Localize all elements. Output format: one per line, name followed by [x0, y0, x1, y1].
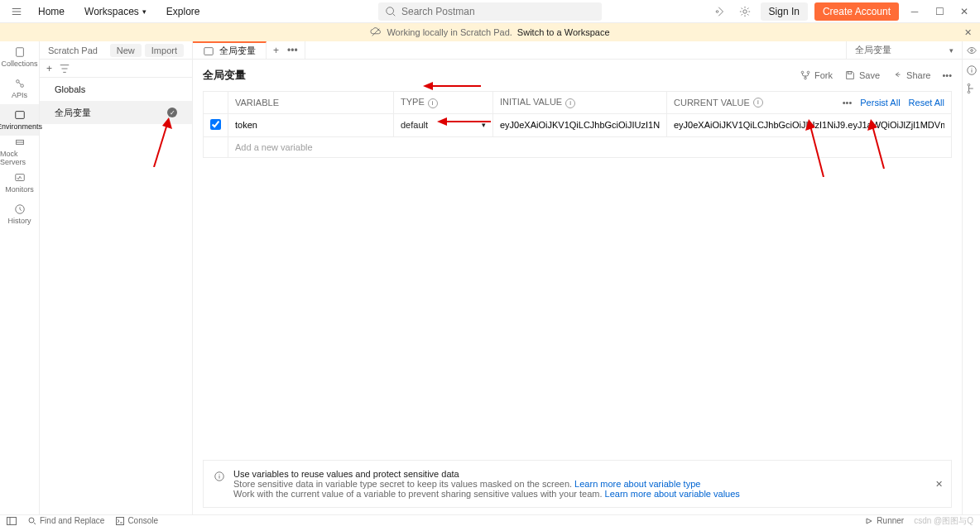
svg-rect-8: [15, 175, 24, 181]
changelog-icon[interactable]: [966, 83, 978, 94]
row-options-icon[interactable]: •••: [843, 98, 853, 108]
share-button[interactable]: Share: [891, 69, 930, 81]
fork-button[interactable]: Fork: [800, 69, 833, 81]
th-initial: INITIAL VALUEi: [493, 92, 667, 114]
side-monitors[interactable]: Monitors: [0, 167, 39, 198]
runner-button[interactable]: Runner: [865, 515, 904, 527]
more-options-icon[interactable]: •••: [942, 70, 952, 80]
env-row-active[interactable]: 全局变量 ✓: [40, 101, 192, 124]
environment-selector[interactable]: 全局变量 ▾: [846, 41, 962, 59]
active-check-icon: ✓: [167, 108, 177, 117]
svg-rect-10: [204, 47, 214, 55]
banner-link[interactable]: Switch to a Workspace: [517, 27, 610, 37]
scratch-banner: Working locally in Scratch Pad. Switch t…: [0, 23, 980, 41]
nav-home[interactable]: Home: [30, 2, 73, 21]
table-row[interactable]: default▾: [204, 113, 952, 136]
svg-point-5: [20, 84, 23, 88]
filter-icon[interactable]: [59, 63, 70, 74]
console-button[interactable]: Console: [116, 516, 158, 525]
current-value-input[interactable]: [674, 120, 944, 130]
learn-type-link[interactable]: Learn more about variable type: [574, 479, 700, 489]
window-maximize[interactable]: ☐: [930, 2, 949, 21]
env-icon: [203, 45, 214, 57]
banner-text: Working locally in Scratch Pad.: [387, 27, 512, 37]
svg-rect-22: [117, 517, 124, 524]
svg-point-14: [805, 77, 807, 79]
nav-workspaces[interactable]: Workspaces▾: [76, 2, 155, 21]
new-button[interactable]: New: [110, 44, 142, 57]
th-variable: VARIABLE: [228, 92, 394, 114]
sidebar-toggle-icon[interactable]: [7, 517, 17, 525]
learn-values-link[interactable]: Learn more about variable values: [605, 489, 740, 499]
svg-point-13: [807, 71, 809, 74]
side-environments[interactable]: Environments: [0, 104, 39, 136]
info-icon[interactable]: i: [428, 98, 438, 108]
create-env-icon[interactable]: +: [46, 63, 52, 74]
new-tab-icon[interactable]: +: [273, 45, 279, 56]
svg-rect-6: [15, 112, 24, 119]
info-icon: [214, 471, 225, 482]
find-replace-button[interactable]: Find and Replace: [28, 516, 104, 525]
chevron-down-icon: ▾: [949, 46, 954, 55]
th-type: TYPEi: [394, 92, 493, 114]
window-minimize[interactable]: ─: [906, 2, 924, 21]
settings-icon[interactable]: [736, 2, 754, 21]
nav-workspaces-label: Workspaces: [84, 6, 139, 17]
persist-all-button[interactable]: Persist All: [860, 98, 900, 108]
svg-point-11: [970, 49, 973, 51]
side-apis[interactable]: APIs: [0, 73, 39, 104]
svg-rect-20: [7, 517, 17, 524]
svg-rect-15: [848, 72, 851, 74]
row-checkbox[interactable]: [210, 119, 221, 130]
cloud-off-icon: [370, 26, 382, 38]
svg-point-1: [716, 10, 718, 12]
side-collections[interactable]: Collections: [0, 41, 39, 73]
page-title: 全局变量: [203, 68, 246, 83]
tab-env[interactable]: 全局变量: [193, 41, 267, 59]
initial-value-input[interactable]: [500, 120, 660, 130]
chevron-down-icon[interactable]: ▾: [482, 121, 486, 129]
side-mocks[interactable]: Mock Servers: [0, 136, 39, 167]
info-icon[interactable]: i: [565, 98, 575, 108]
quick-look-icon[interactable]: [962, 41, 980, 59]
variables-table: VARIABLE TYPEi INITIAL VALUEi CURRENT VA…: [203, 91, 952, 158]
search-input-wrap[interactable]: [378, 2, 602, 21]
svg-point-12: [801, 71, 804, 74]
reset-all-button[interactable]: Reset All: [909, 98, 944, 108]
banner-close[interactable]: ✕: [964, 27, 972, 38]
svg-point-0: [387, 7, 394, 14]
svg-point-4: [16, 80, 19, 84]
variable-name-input[interactable]: [235, 120, 387, 130]
window-close[interactable]: ✕: [955, 2, 973, 21]
svg-point-2: [742, 9, 746, 12]
svg-rect-3: [16, 48, 23, 57]
info-icon[interactable]: i: [753, 98, 763, 108]
create-account-button[interactable]: Create Account: [814, 2, 899, 21]
info-panel-icon[interactable]: [966, 65, 978, 76]
svg-point-21: [29, 518, 34, 523]
tab-options-icon[interactable]: •••: [287, 45, 298, 56]
side-history[interactable]: History: [0, 198, 39, 230]
import-button[interactable]: Import: [145, 44, 184, 57]
hamburger-icon[interactable]: [7, 2, 26, 22]
info-notice: Use variables to reuse values and protec…: [203, 460, 952, 508]
chevron-down-icon: ▾: [142, 7, 147, 16]
invite-icon[interactable]: [711, 2, 729, 21]
svg-point-18: [968, 84, 970, 86]
search-icon: [385, 6, 396, 17]
scratch-title: Scratch Pad: [48, 45, 98, 55]
nav-explore[interactable]: Explore: [158, 2, 209, 21]
save-button[interactable]: Save: [844, 69, 880, 81]
signin-button[interactable]: Sign In: [761, 2, 808, 21]
add-variable-row[interactable]: Add a new variable: [204, 136, 952, 157]
search-input[interactable]: [401, 6, 595, 17]
watermark: csdn @图图与Q: [914, 515, 973, 527]
notice-close[interactable]: ✕: [935, 479, 943, 490]
globals-row[interactable]: Globals: [40, 78, 192, 101]
th-current: CURRENT VALUEi ••• Persist All Reset All: [667, 92, 952, 114]
svg-point-19: [968, 91, 970, 93]
